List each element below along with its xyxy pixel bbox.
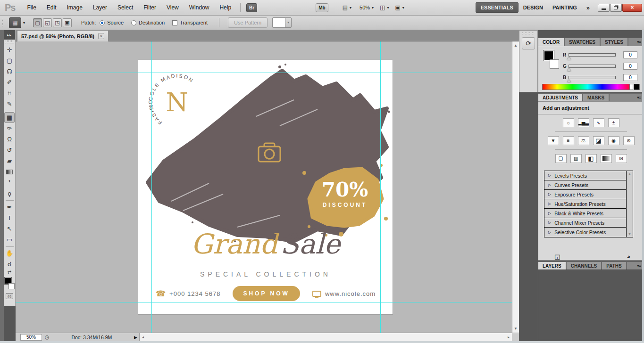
- pattern-swatch[interactable]: [273, 18, 285, 27]
- menu-item-filter[interactable]: Filter: [138, 1, 161, 14]
- threshold-icon[interactable]: ◧: [585, 154, 597, 163]
- layers-panel[interactable]: [538, 270, 644, 340]
- vibrance-icon[interactable]: ▼: [548, 136, 559, 145]
- workspace-overflow-icon[interactable]: »: [582, 4, 594, 11]
- tab-color[interactable]: COLOR: [538, 38, 564, 46]
- horizontal-scrollbar[interactable]: ◂ ▸: [140, 333, 512, 341]
- expand-triangle-icon[interactable]: ▷: [548, 192, 551, 196]
- brush-tool[interactable]: ✑: [4, 123, 15, 134]
- eraser-tool[interactable]: ▰: [4, 155, 15, 166]
- scroll-left-icon[interactable]: ◂: [140, 335, 146, 339]
- intersect-selection-icon[interactable]: ▣: [63, 18, 72, 27]
- exposure-icon[interactable]: ±: [608, 118, 619, 127]
- menu-item-view[interactable]: View: [161, 1, 184, 14]
- expand-triangle-icon[interactable]: ▷: [548, 211, 551, 215]
- expand-triangle-icon[interactable]: ▷: [548, 220, 551, 225]
- tab-masks[interactable]: MASKS: [583, 93, 609, 101]
- slider-thumb-icon[interactable]: [567, 79, 571, 82]
- hue-saturation-icon[interactable]: ≡: [563, 136, 574, 145]
- status-options-icon[interactable]: ▶: [134, 335, 137, 340]
- document-close-icon[interactable]: ×: [98, 33, 104, 39]
- add-to-selection-icon[interactable]: ◱: [43, 18, 52, 27]
- dodge-tool[interactable]: ϙ: [4, 188, 15, 199]
- expand-triangle-icon[interactable]: ▷: [548, 202, 551, 206]
- scroll-down-icon[interactable]: ▼: [514, 325, 518, 333]
- channel-slider[interactable]: [569, 53, 616, 57]
- tab-channels[interactable]: CHANNELS: [566, 261, 602, 270]
- preset-row-curves-presets[interactable]: ▷ Curves Presets: [544, 180, 626, 190]
- artboard[interactable]: NICOLE MADISON FASHION N 70% DISCOUNT Gr…: [138, 60, 393, 315]
- close-button[interactable]: ×: [622, 4, 642, 12]
- pen-tool[interactable]: ✒: [4, 202, 15, 212]
- swap-colors-icon[interactable]: ⇄: [8, 270, 11, 276]
- channel-value-field[interactable]: 0: [623, 51, 637, 58]
- brightness-contrast-icon[interactable]: ☼: [563, 118, 574, 127]
- tab-adjustments[interactable]: ADJUSTMENTS: [538, 93, 583, 101]
- vertical-scrollbar[interactable]: ▲ ▼: [512, 41, 519, 333]
- slider-thumb-icon[interactable]: [567, 68, 571, 71]
- move-tool[interactable]: ✛: [4, 44, 15, 55]
- history-panel-icon[interactable]: ⟳: [522, 37, 535, 49]
- spectrum-black-swatch[interactable]: [634, 84, 640, 90]
- launch-mini-bridge-button[interactable]: Mb: [316, 3, 328, 12]
- crop-tool[interactable]: ⌗: [4, 88, 15, 98]
- slider-thumb-icon[interactable]: [567, 57, 571, 60]
- restore-button[interactable]: [610, 4, 622, 12]
- status-zoom-field[interactable]: 50%: [20, 334, 42, 341]
- selective-color-icon[interactable]: ⊠: [616, 154, 627, 163]
- scroll-up-icon[interactable]: ▲: [514, 41, 518, 49]
- menu-item-image[interactable]: Image: [62, 1, 88, 14]
- type-tool[interactable]: T: [4, 212, 15, 223]
- channel-value-field[interactable]: 0: [623, 74, 637, 81]
- path-selection-tool[interactable]: ↖: [4, 223, 15, 234]
- lasso-tool[interactable]: ☊: [4, 66, 15, 77]
- preset-row-levels-presets[interactable]: ▷ Levels Presets: [544, 171, 626, 180]
- channel-slider[interactable]: [569, 76, 616, 79]
- workspace-painting[interactable]: PAINTING: [548, 3, 582, 12]
- channel-value-field[interactable]: 0: [623, 63, 637, 70]
- black-white-icon[interactable]: ◪: [593, 136, 604, 145]
- launch-bridge-button[interactable]: Br: [246, 3, 257, 12]
- spectrum-white-swatch[interactable]: [629, 84, 633, 90]
- zoom-dropdown-icon[interactable]: ▾: [372, 6, 374, 10]
- expand-triangle-icon[interactable]: ▷: [548, 173, 551, 178]
- preset-row-exposure-presets[interactable]: ▷ Exposure Presets: [544, 190, 626, 199]
- options-bar-grip[interactable]: [2, 18, 5, 27]
- clone-stamp-tool[interactable]: Ω: [4, 134, 15, 145]
- color-spectrum-ramp[interactable]: [542, 84, 633, 90]
- blur-tool[interactable]: ❜: [4, 177, 15, 188]
- curves-icon[interactable]: ∿: [593, 118, 604, 127]
- view-extras-icon[interactable]: ▤: [343, 4, 348, 11]
- tab-styles[interactable]: STYLES: [600, 38, 628, 46]
- presets-scrollbar[interactable]: ▲ ▼: [627, 171, 633, 237]
- new-selection-icon[interactable]: ▢: [33, 18, 42, 27]
- scroll-up-icon[interactable]: ▲: [628, 171, 632, 177]
- screen-mode-icon[interactable]: ▣: [395, 4, 400, 11]
- hand-tool[interactable]: ✋: [4, 248, 15, 259]
- menu-item-window[interactable]: Window: [184, 1, 215, 14]
- pattern-dropdown-icon[interactable]: ▾: [285, 18, 291, 27]
- tab-swatches[interactable]: SWATCHES: [564, 38, 600, 46]
- screen-mode-dropdown-icon[interactable]: ▾: [402, 6, 404, 10]
- quick-selection-tool[interactable]: ✐: [4, 77, 15, 88]
- panel-background-swatch[interactable]: [550, 59, 559, 69]
- destination-radio[interactable]: Destination: [131, 20, 165, 25]
- preset-row-channel-mixer-presets[interactable]: ▷ Channel Mixer Presets: [544, 218, 626, 228]
- expand-triangle-icon[interactable]: ▷: [548, 230, 551, 235]
- preset-row-selective-color-presets[interactable]: ▷ Selective Color Presets: [544, 228, 626, 237]
- source-radio[interactable]: Source: [100, 20, 124, 25]
- rectangle-tool[interactable]: ▭: [4, 234, 15, 245]
- channel-slider[interactable]: [569, 65, 616, 68]
- zoom-level-control[interactable]: 50%: [360, 5, 370, 10]
- arrange-documents-dropdown-icon[interactable]: ▾: [387, 6, 389, 10]
- gradient-map-icon[interactable]: ▥: [601, 154, 612, 163]
- arrange-documents-icon[interactable]: ◫: [380, 4, 385, 11]
- menu-item-file[interactable]: File: [22, 1, 41, 14]
- workspace-design[interactable]: DESIGN: [519, 3, 548, 12]
- eyedropper-tool[interactable]: ✎: [4, 98, 15, 109]
- invert-icon[interactable]: ❏: [555, 154, 567, 163]
- patch-tool[interactable]: ▦: [4, 112, 15, 123]
- tools-panel-grip[interactable]: [5, 40, 14, 43]
- use-pattern-button[interactable]: Use Pattern: [228, 17, 268, 28]
- document-tab[interactable]: 57.psd @ 50% (Photo, RGB/8) ×: [17, 30, 109, 41]
